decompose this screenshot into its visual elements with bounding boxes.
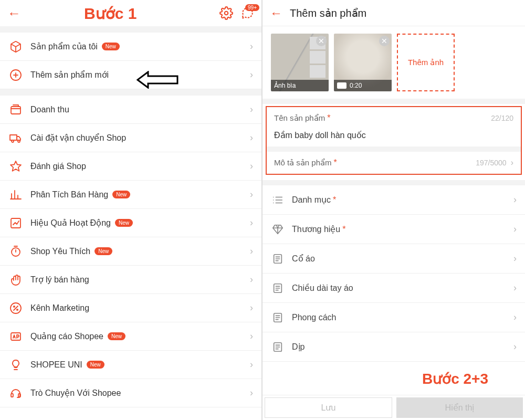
menu-label: Hiệu Quả Hoạt Động bbox=[30, 218, 111, 228]
attr-row-brand[interactable]: Thương hiệu * › bbox=[262, 215, 525, 244]
chevron-right-icon: › bbox=[250, 302, 253, 313]
truck-icon bbox=[8, 131, 23, 145]
stopwatch-icon bbox=[8, 244, 23, 259]
name-label: Tên sản phẩm bbox=[274, 113, 325, 123]
attr-row-category[interactable]: Danh mục * › bbox=[262, 185, 525, 215]
menu-item-marketing[interactable]: Kênh Marketing › bbox=[0, 294, 261, 322]
menu-item-analytics[interactable]: Phân Tích Bán Hàng New › bbox=[0, 181, 261, 209]
save-button[interactable]: Lưu bbox=[265, 397, 392, 418]
remove-image-icon[interactable]: ✕ bbox=[316, 36, 327, 46]
note-icon bbox=[271, 281, 285, 295]
product-desc-field[interactable]: Mô tả sản phẩm* 197/5000 › bbox=[267, 152, 521, 174]
bars-icon bbox=[8, 187, 23, 202]
headset-icon bbox=[8, 386, 23, 401]
menu-label: Quảng cáo Shopee bbox=[30, 331, 103, 341]
video-duration: 0:20 bbox=[350, 82, 362, 89]
menu-item-revenue[interactable]: Doanh thu › bbox=[0, 96, 261, 124]
menu-item-rating[interactable]: Đánh giá Shop › bbox=[0, 152, 261, 181]
chat-icon[interactable]: 99+ bbox=[240, 6, 254, 20]
back-icon[interactable]: ← bbox=[270, 6, 282, 20]
name-value: Đầm baby doll hàn quốc bbox=[274, 130, 513, 140]
name-counter: 22/120 bbox=[491, 114, 513, 122]
new-badge: New bbox=[108, 332, 125, 340]
svg-rect-13 bbox=[18, 394, 20, 397]
chevron-right-icon: › bbox=[250, 69, 253, 80]
step23-annotation: Bước 2+3 bbox=[422, 370, 488, 387]
arrow-annotation bbox=[136, 71, 178, 89]
chat-badge: 99+ bbox=[245, 4, 259, 11]
menu-item-performance[interactable]: Hiệu Quả Hoạt Động New › bbox=[0, 209, 261, 237]
menu-label: Sản phẩm của tôi bbox=[30, 41, 98, 51]
chevron-right-icon: › bbox=[250, 274, 253, 285]
required-mark: * bbox=[333, 195, 336, 205]
step1-annotation: Bước 1 bbox=[84, 4, 136, 23]
chevron-right-icon: › bbox=[250, 104, 253, 115]
svg-rect-12 bbox=[11, 394, 13, 397]
product-name-field[interactable]: Tên sản phẩm* 22/120 Đầm baby doll hàn q… bbox=[267, 107, 521, 146]
svg-point-0 bbox=[225, 12, 228, 15]
chevron-right-icon: › bbox=[250, 41, 253, 52]
remove-image-icon[interactable]: ✕ bbox=[379, 36, 390, 46]
attr-label: Chiều dài tay áo bbox=[292, 283, 353, 293]
menu-item-favorite[interactable]: Shop Yêu Thích New › bbox=[0, 237, 261, 266]
new-badge: New bbox=[87, 361, 104, 369]
menu-item-assistant[interactable]: Trợ lý bán hàng › bbox=[0, 266, 261, 294]
menu-item-shipping[interactable]: Cài đặt vận chuyển Shop › bbox=[0, 124, 261, 152]
desc-counter: 197/5000 bbox=[476, 159, 506, 167]
bulb-icon bbox=[8, 358, 23, 372]
chevron-right-icon: › bbox=[250, 331, 253, 342]
attr-row-style[interactable]: Phong cách › bbox=[262, 303, 525, 332]
new-badge: New bbox=[94, 247, 112, 255]
svg-point-4 bbox=[12, 140, 14, 142]
chevron-right-icon: › bbox=[513, 312, 517, 323]
chevron-right-icon: › bbox=[511, 158, 513, 167]
chevron-right-icon: › bbox=[250, 132, 253, 143]
menu-label: Shop Yêu Thích bbox=[30, 247, 90, 256]
gear-icon[interactable] bbox=[219, 6, 233, 20]
menu-item-uni[interactable]: SHOPEE UNI New › bbox=[0, 351, 261, 379]
menu-label: Trò Chuyện Với Shopee bbox=[30, 388, 121, 398]
chevron-right-icon: › bbox=[250, 387, 253, 398]
svg-point-9 bbox=[14, 306, 15, 307]
menu-item-my-products[interactable]: Sản phẩm của tôi New › bbox=[0, 33, 261, 61]
svg-point-10 bbox=[17, 309, 18, 310]
chevron-right-icon: › bbox=[513, 253, 517, 264]
note-icon bbox=[271, 340, 285, 354]
chevron-right-icon: › bbox=[250, 359, 253, 370]
menu-item-add-product[interactable]: Thêm sản phẩm mới › bbox=[0, 61, 261, 89]
attr-label: Dịp bbox=[292, 342, 304, 352]
video-thumb[interactable]: ✕ 0:20 bbox=[334, 34, 392, 91]
trend-icon bbox=[8, 216, 23, 230]
note-icon bbox=[271, 252, 285, 266]
menu-label: SHOPEE UNI bbox=[30, 360, 82, 370]
attr-row-sleeve[interactable]: Chiều dài tay áo › bbox=[262, 274, 525, 303]
add-image-button[interactable]: Thêm ảnh bbox=[397, 34, 455, 91]
attr-row-collar[interactable]: Cổ áo › bbox=[262, 244, 525, 274]
back-icon[interactable]: ← bbox=[7, 5, 21, 22]
menu-item-chat-shopee[interactable]: Trò Chuyện Với Shopee › bbox=[0, 379, 261, 407]
wallet-icon bbox=[8, 102, 23, 117]
menu-item-ads[interactable]: Quảng cáo Shopee New › bbox=[0, 322, 261, 351]
cover-image-thumb[interactable]: ✕ Ảnh bìa bbox=[271, 34, 329, 91]
attr-row-occasion[interactable]: Dịp › bbox=[262, 332, 525, 362]
list-icon bbox=[271, 193, 285, 207]
cover-label: Ảnh bìa bbox=[274, 82, 296, 89]
menu-label: Doanh thu bbox=[30, 105, 69, 114]
page-title: Thêm sản phẩm bbox=[290, 7, 366, 19]
diamond-icon bbox=[271, 223, 285, 236]
required-mark: * bbox=[342, 225, 345, 234]
attr-label: Danh mục bbox=[292, 195, 331, 205]
show-button[interactable]: Hiển thị bbox=[396, 397, 523, 418]
desc-label: Mô tả sản phẩm bbox=[274, 158, 332, 167]
chevron-right-icon: › bbox=[250, 161, 253, 172]
new-badge: New bbox=[102, 43, 120, 50]
menu-label: Đánh giá Shop bbox=[30, 162, 86, 171]
new-badge: New bbox=[112, 191, 130, 198]
attr-label: Phong cách bbox=[292, 313, 337, 322]
video-icon bbox=[337, 82, 346, 89]
image-uploader: ✕ Ảnh bìa ✕ 0:20 Thêm ảnh bbox=[262, 26, 525, 99]
chevron-right-icon: › bbox=[513, 341, 517, 352]
svg-point-5 bbox=[18, 140, 20, 142]
chevron-right-icon: › bbox=[250, 246, 253, 257]
new-badge: New bbox=[115, 219, 133, 227]
